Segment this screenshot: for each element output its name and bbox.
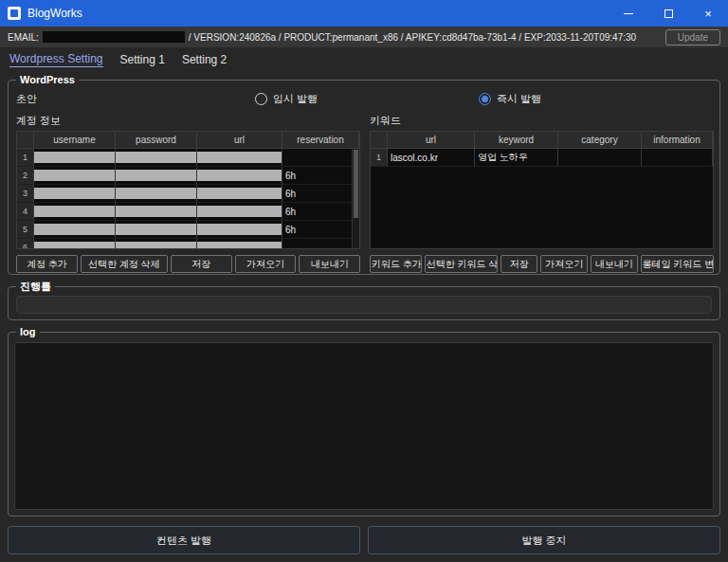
url-cell[interactable] [197, 221, 282, 239]
radio-immediate-publish[interactable]: 즉시 발행 [479, 92, 541, 106]
category-cell[interactable] [558, 149, 642, 167]
progress-group-title: 진행률 [16, 280, 55, 293]
redacted-value [197, 170, 282, 181]
url-cell[interactable] [197, 167, 282, 185]
reservation-cell[interactable]: 6h [282, 221, 359, 239]
reservation-cell[interactable]: 6h [282, 167, 359, 185]
col-url: url [388, 132, 475, 149]
window-controls: × [609, 0, 728, 27]
password-cell[interactable] [116, 239, 197, 249]
password-cell[interactable] [116, 167, 197, 185]
add-account-button[interactable]: 계정 추가 [16, 255, 78, 273]
row-number[interactable]: 4 [17, 203, 34, 221]
username-cell[interactable] [34, 185, 116, 203]
row-number[interactable]: 3 [17, 185, 34, 203]
password-cell[interactable] [116, 203, 197, 221]
add-keyword-button[interactable]: 키워드 추가 [370, 255, 422, 273]
wordpress-group-title: WordPress [16, 73, 79, 86]
delete-selected-keywords-button[interactable]: 선택한 키워드 삭제 [425, 255, 498, 273]
longtail-convert-button[interactable]: 롱테일 키워드 변환 [641, 255, 714, 273]
corner-cell [17, 132, 34, 149]
row-number[interactable]: 2 [17, 167, 34, 185]
export-accounts-button[interactable]: 내보내기 [299, 255, 360, 273]
redacted-value [116, 206, 196, 217]
reservation-cell[interactable]: 6h [282, 185, 359, 203]
import-accounts-button[interactable]: 가져오기 [235, 255, 297, 273]
publish-mode-row: 초안 임시 발행 즉시 발행 [16, 90, 712, 107]
row-number[interactable]: 5 [17, 221, 34, 239]
username-cell[interactable] [34, 239, 116, 249]
import-keywords-button[interactable]: 가져오기 [540, 255, 588, 273]
minimize-button[interactable] [609, 0, 648, 27]
account-row[interactable]: 2 6h [17, 167, 359, 185]
radio-temp-publish-icon[interactable] [255, 93, 267, 105]
radio-temp-publish[interactable]: 임시 발행 [255, 92, 318, 106]
username-cell[interactable] [34, 203, 116, 221]
password-cell[interactable] [116, 185, 197, 203]
keyword-url-cell[interactable]: lascol.co.kr [388, 149, 475, 167]
export-keywords-button[interactable]: 내보내기 [591, 255, 638, 273]
keyword-cell[interactable]: 영업 노하우 [475, 149, 558, 167]
url-cell[interactable] [197, 239, 282, 249]
close-icon: × [704, 7, 712, 21]
information-cell[interactable] [642, 149, 713, 167]
log-area[interactable] [14, 342, 714, 510]
tab-setting-1[interactable]: Setting 1 [120, 53, 165, 66]
reservation-cell[interactable] [282, 149, 359, 167]
wordpress-group: WordPress 초안 임시 발행 즉시 발행 계정 정보 키워드 usern… [8, 80, 720, 275]
accounts-table: username password url reservation 1 2 [16, 131, 360, 249]
publish-content-button[interactable]: 컨텐츠 발행 [8, 526, 360, 554]
radio-immediate-publish-icon[interactable] [479, 93, 491, 105]
redacted-value [116, 152, 196, 163]
window-title: BlogWorks [27, 7, 82, 20]
accounts-section-label: 계정 정보 [16, 114, 370, 128]
row-number[interactable]: 6 [17, 239, 34, 249]
app-window: BlogWorks × EMAIL: / VERSION:240826a / P… [0, 0, 728, 562]
tab-setting-2[interactable]: Setting 2 [182, 53, 227, 66]
password-cell[interactable] [116, 149, 197, 167]
update-button[interactable]: Update [665, 29, 720, 45]
close-button[interactable]: × [688, 0, 728, 27]
redacted-value [197, 188, 282, 199]
save-accounts-button[interactable]: 저장 [171, 255, 232, 273]
password-cell[interactable] [116, 221, 197, 239]
reservation-cell[interactable]: 6h [282, 203, 359, 221]
url-cell[interactable] [197, 185, 282, 203]
titlebar: BlogWorks × [0, 0, 728, 27]
account-row[interactable]: 5 6h [17, 221, 359, 239]
redacted-value [116, 188, 196, 199]
redacted-value [197, 242, 282, 249]
scrollbar-thumb[interactable] [354, 150, 358, 218]
account-row[interactable]: 1 [17, 149, 359, 167]
redacted-value [34, 242, 115, 249]
url-cell[interactable] [197, 149, 282, 167]
username-cell[interactable] [34, 221, 116, 239]
delete-selected-accounts-button[interactable]: 선택한 계정 삭제 [81, 255, 168, 273]
account-row[interactable]: 6 [17, 239, 359, 249]
keywords-table: url keyword category information 1 lasco… [370, 131, 714, 249]
row-number[interactable]: 1 [371, 149, 388, 167]
username-cell[interactable] [34, 167, 116, 185]
corner-cell [371, 132, 388, 149]
row-number[interactable]: 1 [17, 149, 34, 167]
tab-wordpress-setting[interactable]: Wordpress Setting [9, 52, 103, 67]
keywords-table-header: url keyword category information [371, 132, 713, 149]
account-row[interactable]: 4 6h [17, 203, 359, 221]
col-username: username [34, 132, 116, 149]
log-group-title: log [16, 325, 40, 338]
url-cell[interactable] [197, 203, 282, 221]
save-keywords-button[interactable]: 저장 [500, 255, 537, 273]
keyword-row[interactable]: 1 lascol.co.kr 영업 노하우 [371, 149, 713, 167]
accounts-table-scrollbar[interactable] [352, 149, 359, 248]
tab-bar: Wordpress Setting Setting 1 Setting 2 [0, 47, 728, 72]
radio-temp-publish-label: 임시 발행 [273, 92, 318, 106]
license-bar: EMAIL: / VERSION:240826a / PRODUCT:perma… [0, 27, 728, 47]
account-row[interactable]: 3 6h [17, 185, 359, 203]
redacted-value [34, 170, 115, 181]
username-cell[interactable] [34, 149, 116, 167]
maximize-button[interactable] [648, 0, 688, 27]
stop-publish-button[interactable]: 발행 중지 [368, 526, 720, 554]
reservation-cell[interactable] [282, 239, 359, 249]
email-redacted-block [43, 31, 185, 43]
redacted-value [34, 206, 115, 217]
